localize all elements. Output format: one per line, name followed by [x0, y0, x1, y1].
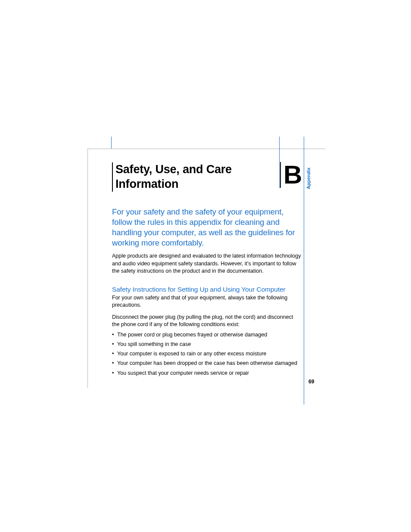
bullet-list: The power cord or plug becomes frayed or…: [112, 331, 302, 376]
list-item: You spill something in the case: [112, 341, 302, 348]
list-item: Your computer is exposed to rain or any …: [112, 350, 302, 357]
crop-mark: [111, 137, 112, 149]
crop-mark: [279, 137, 280, 188]
appendix-label: Appendix: [306, 168, 311, 189]
list-item: Your computer has been dropped or the ca…: [112, 360, 302, 367]
body-paragraph: For your own safety and that of your equ…: [112, 294, 302, 309]
appendix-letter: B: [283, 162, 305, 188]
appendix-letter-block: B: [280, 162, 305, 188]
list-item: The power cord or plug becomes frayed or…: [112, 331, 302, 338]
body-paragraph: Apple products are designed and evaluate…: [112, 252, 302, 275]
page-number: 69: [308, 379, 314, 385]
body-paragraph: Disconnect the power plug (by pulling th…: [112, 314, 302, 329]
page-title: Safety, Use, and Care Information: [115, 162, 271, 192]
section-heading: Safety Instructions for Setting Up and U…: [112, 286, 302, 293]
intro-paragraph: For your safety and the safety of your e…: [112, 207, 302, 248]
list-item: You suspect that your computer needs ser…: [112, 370, 302, 376]
page-title-block: Safety, Use, and Care Information: [112, 162, 271, 192]
body-content: For your safety and the safety of your e…: [112, 207, 302, 379]
